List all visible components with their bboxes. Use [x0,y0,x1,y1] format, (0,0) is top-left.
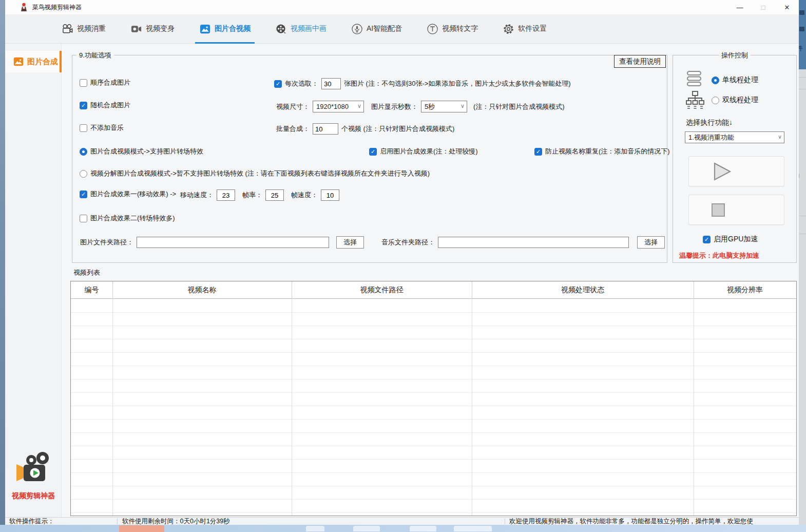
video-size-select[interactable]: 1920*1080 ∨ [313,101,364,112]
effect-enable-checkbox[interactable] [369,148,377,156]
video-list-body[interactable] [71,299,796,516]
double-thread-radio[interactable] [712,97,719,104]
single-thread-radio[interactable] [712,77,719,84]
function-select[interactable]: 1.视频消重功能 ∨ [685,131,784,143]
sidebar-item-label: 图片合成 [27,57,58,67]
tab-video-pip[interactable]: 视频画中画 [274,14,328,44]
video-list-table[interactable]: 编号 视频名称 视频文件路径 视频处理状态 视频分辨率 [70,281,797,516]
double-thread-icon [685,90,705,110]
move-speed-input[interactable] [217,189,235,201]
seconds-value: 5秒 [425,102,435,111]
tab-label: 视频画中画 [291,24,327,33]
active-indicator [60,51,62,72]
control-groupbox: 操作控制 单线程处理 双线程处理 [673,55,797,263]
column-divider [694,281,694,516]
tab-video-dedup[interactable]: 视频消重 [61,14,107,44]
tab-label: 视频变身 [146,24,175,33]
tab-label: 软件设置 [518,24,547,33]
music-folder-input[interactable] [438,237,629,248]
status-welcome-text: 欢迎使用视频剪辑神器，软件功能非常多，功能都是独立分明的，操作简单，欢迎您使 [509,518,753,525]
tab-settings[interactable]: 软件设置 [502,14,548,44]
tab-picture-to-video[interactable]: 图片合视频 [198,14,252,44]
column-header-path: 视频文件路径 [292,281,472,299]
music-folder-browse-button[interactable]: 选择 [637,236,665,249]
sidebar-item-picture-compose[interactable]: 图片合成 [5,51,62,72]
app-logo-icon [15,451,52,487]
microphone-icon [351,23,363,35]
video-camera-icon [130,23,142,35]
gpu-checkbox[interactable] [703,236,711,243]
video-size-value: 1920*1080 [316,103,349,110]
tabbar: 视频消重 视频变身 图片合视频 [5,14,799,44]
status-prefix: 软件操作提示： [9,518,54,525]
seconds-select[interactable]: 5秒 ∨ [421,101,467,112]
batch-label: 批量合成： [276,124,310,134]
desktop: 菜鸟视频剪辑神器 — □ ✕ 视频消重 [0,0,806,532]
no-music-checkbox[interactable] [80,124,87,132]
gpu-tip-text: 温馨提示：此电脑支持加速 [679,251,759,260]
column-header-id: 编号 [71,281,112,299]
single-thread-label: 单线程处理 [722,75,758,85]
close-button[interactable]: ✕ [775,0,799,14]
fps-input[interactable] [265,189,284,201]
random-compose-checkbox[interactable] [80,102,87,109]
image-folder-label: 图片文件夹路径： [80,238,133,247]
maximize-button[interactable]: □ [752,0,775,14]
move-speed-label: 移动速度： [180,191,214,200]
edge-line [799,89,806,89]
start-button[interactable] [688,156,784,186]
frame-speed-input[interactable] [321,189,339,201]
double-thread-label: 双线程处理 [722,96,758,105]
pick-count-input[interactable] [321,78,341,89]
column-header-status: 视频处理状态 [472,281,694,299]
effect1-checkbox[interactable] [80,191,87,198]
status-divider [117,518,118,524]
picture-icon [13,56,24,67]
desktop-right-edge: 件 〕 [799,0,806,525]
clipped-glyph [799,27,804,31]
no-music-label: 不添加音乐 [90,123,124,132]
app-window: 菜鸟视频剪辑神器 — □ ✕ 视频消重 [5,0,799,525]
tab-label: 视频转文字 [442,24,478,33]
clipped-glyph [799,10,804,15]
view-manual-button[interactable]: 查看使用说明 [614,55,666,68]
picture-mode-label: 图片合成视频模式->支持图片转场特效 [90,147,203,156]
options-groupbox: 9.功能选项 查看使用说明 顺序合成图片 每次选取： 张图片 (注：不勾选则30… [72,55,667,263]
video-list-title: 视频列表 [73,268,100,277]
tab-video-to-text[interactable]: 视频转文字 [426,14,479,44]
image-folder-input[interactable] [137,237,329,248]
taskbar-icon-fragment [454,526,492,531]
single-thread-icon [686,70,702,87]
main-area: 图片合成 视频剪辑神器 9.功能选项 查看使用说明 [5,44,799,517]
function-select-value: 1.视频消重功能 [688,133,734,142]
chevron-down-icon: ∨ [460,103,465,109]
clipped-glyph: 件 [799,44,803,53]
music-folder-label: 音乐文件夹路径： [381,238,435,247]
unique-name-checkbox[interactable] [534,148,542,156]
function-select-label: 选择执行功能↓ [686,118,733,127]
pick-count-checkbox[interactable] [274,80,282,88]
frame-speed-label: 帧速度： [291,191,318,200]
pick-count-label: 每次选取： [285,79,318,88]
app-logo-text: 视频剪辑神器 [5,491,62,501]
decompose-mode-label: 视频分解图片合成视频模式->暂不支持图片转场特效 (注：请在下面视频列表右键选择… [90,169,430,178]
letter-t-icon [427,23,438,35]
sequential-compose-checkbox[interactable] [80,79,87,87]
chevron-down-icon: ∨ [357,103,361,109]
unique-name-label: 防止视频名称重复(注：添加音乐的情况下) [545,147,670,156]
effect2-checkbox[interactable] [80,215,87,222]
decompose-mode-radio[interactable] [80,170,87,178]
batch-note: 个视频 (注：只针对图片合成视频模式) [341,124,454,134]
tab-video-transform[interactable]: 视频变身 [129,14,176,44]
effect-enable-label: 启用图片合成效果(注：处理较慢) [380,147,478,156]
statusbar: 软件操作提示： 软件使用剩余时间：0天0小时1分39秒 欢迎使用视频剪辑神器，软… [5,517,799,525]
tab-ai-dubbing[interactable]: AI智能配音 [350,14,403,44]
stop-button[interactable] [688,195,784,225]
minimize-button[interactable]: — [728,0,752,14]
batch-input[interactable] [313,123,338,135]
picture-mode-radio[interactable] [80,148,87,156]
tab-label: AI智能配音 [367,24,402,33]
column-divider [112,281,113,516]
column-divider [292,281,292,516]
image-folder-browse-button[interactable]: 选择 [336,236,364,249]
